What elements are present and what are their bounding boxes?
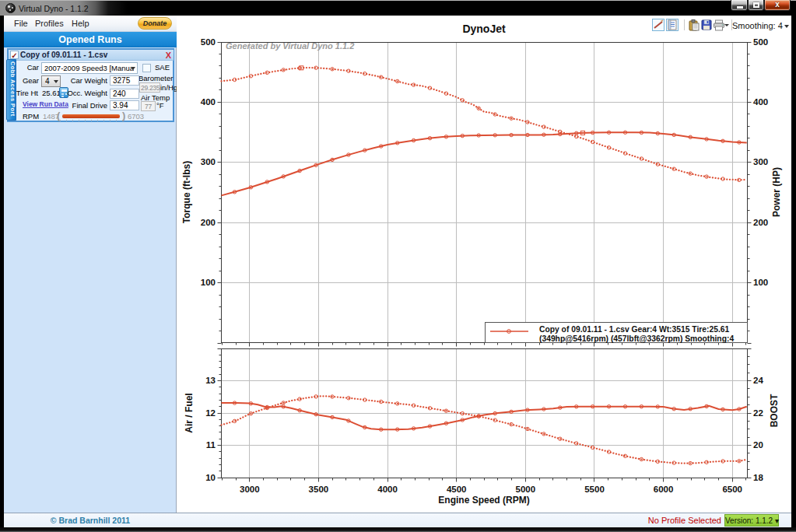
svg-text:500: 500 — [753, 37, 768, 47]
svg-text:6500: 6500 — [722, 485, 742, 494]
svg-text:12: 12 — [205, 408, 216, 418]
svg-text:3000: 3000 — [240, 485, 260, 494]
svg-text:300: 300 — [201, 157, 216, 166]
svg-text:100: 100 — [201, 278, 216, 287]
svg-text:3500: 3500 — [309, 485, 329, 494]
svg-text:100: 100 — [753, 278, 768, 287]
svg-text:300: 300 — [753, 157, 768, 166]
svg-text:(349hp@5416rpm) (457lbft@3362r: (349hp@5416rpm) (457lbft@3362rpm) Smooth… — [539, 334, 734, 343]
svg-text:20: 20 — [753, 440, 763, 450]
svg-text:10: 10 — [205, 473, 216, 482]
svg-text:13: 13 — [205, 376, 216, 385]
svg-text:5000: 5000 — [516, 485, 536, 494]
svg-text:4500: 4500 — [447, 485, 467, 494]
svg-text:18: 18 — [753, 473, 763, 482]
svg-text:Air / Fuel: Air / Fuel — [184, 393, 195, 432]
svg-text:Engine Speed (RPM): Engine Speed (RPM) — [438, 495, 529, 506]
svg-text:Power (HP): Power (HP) — [771, 167, 782, 217]
svg-text:6000: 6000 — [654, 485, 674, 494]
svg-text:200: 200 — [201, 218, 216, 227]
svg-text:22: 22 — [753, 408, 763, 418]
svg-text:400: 400 — [753, 97, 768, 107]
svg-text:400: 400 — [201, 97, 216, 107]
svg-text:Torque (ft-lbs): Torque (ft-lbs) — [181, 161, 192, 223]
svg-text:BOOST: BOOST — [769, 394, 780, 427]
svg-text:11: 11 — [206, 440, 216, 450]
svg-text:200: 200 — [753, 218, 768, 227]
svg-text:5500: 5500 — [584, 485, 605, 494]
svg-text:4000: 4000 — [377, 485, 398, 494]
svg-text:Copy of 09.01.11 - 1.csv Gear:: Copy of 09.01.11 - 1.csv Gear:4 Wt:3515 … — [539, 325, 729, 334]
svg-text:24: 24 — [753, 376, 763, 385]
svg-text:500: 500 — [201, 37, 216, 47]
